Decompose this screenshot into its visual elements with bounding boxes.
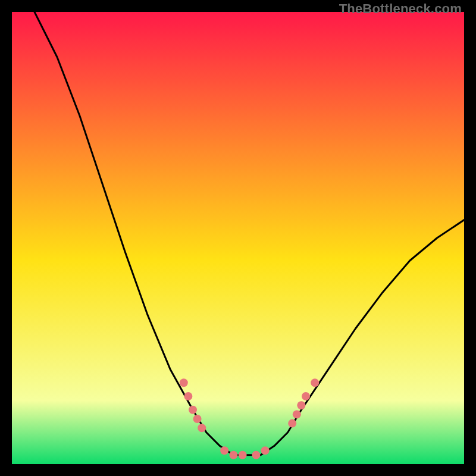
curve-marker [297,401,305,409]
curve-marker [229,451,237,459]
curve-marker [293,410,301,418]
curve-marker [193,415,202,423]
watermark-text: TheBottleneck.com [339,1,462,17]
curve-marker [184,392,192,400]
curve-marker [220,446,228,455]
curve-marker [311,378,319,387]
gradient-background [12,12,464,464]
curve-marker [288,419,296,428]
bottleneck-plot [12,12,464,464]
chart-frame [12,12,464,464]
curve-marker [198,424,206,432]
curve-marker [189,406,197,414]
curve-marker [252,451,260,459]
curve-marker [261,446,270,455]
curve-marker [302,392,310,400]
curve-marker [239,451,247,459]
curve-marker [180,378,188,387]
